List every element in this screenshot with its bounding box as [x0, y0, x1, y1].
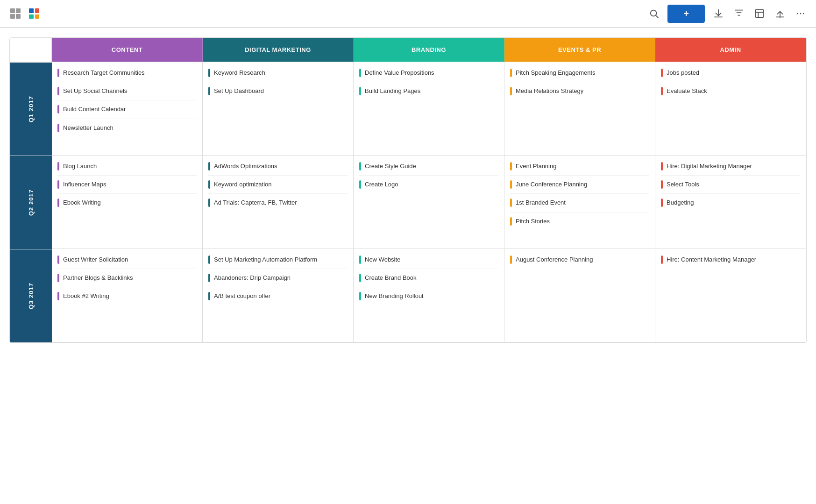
task-item[interactable]: Abandoners: Drip Campaign: [208, 274, 348, 287]
tiles-view-button[interactable]: [27, 7, 41, 21]
task-bar: [661, 256, 663, 264]
task-item[interactable]: August Conference Planning: [510, 256, 649, 264]
task-text: Create Brand Book: [365, 274, 498, 282]
board: CONTENTDIGITAL MARKETINGBRANDINGEVENTS &…: [9, 37, 807, 343]
svg-point-6: [800, 13, 802, 14]
task-bar: [510, 87, 512, 95]
task-text: Evaluate Stack: [667, 87, 800, 95]
task-text: Hire: Digital Marketing Manager: [667, 162, 800, 170]
task-bar: [510, 69, 512, 77]
task-item[interactable]: Guest Writer Solicitation: [57, 256, 197, 269]
col-header-content: CONTENT: [52, 38, 203, 62]
task-text: Abandoners: Drip Campaign: [214, 274, 348, 282]
task-item[interactable]: Evaluate Stack: [661, 87, 800, 95]
task-item[interactable]: Partner Blogs & Backlinks: [57, 274, 197, 287]
task-bar: [57, 124, 59, 132]
toolbar: +: [0, 0, 816, 28]
task-item[interactable]: Ad Trials: Capterra, FB, Twitter: [208, 199, 348, 207]
task-item[interactable]: Define Value Propositions: [359, 69, 498, 82]
task-bar: [510, 199, 512, 207]
task-item[interactable]: New Website: [359, 256, 498, 269]
task-item[interactable]: Pitch Speaking Engagements: [510, 69, 649, 82]
task-item[interactable]: Pitch Stories: [510, 217, 649, 226]
task-item[interactable]: Keyword Research: [208, 69, 348, 82]
task-bar: [510, 180, 512, 189]
more-button[interactable]: [794, 7, 808, 21]
cell-q3-2017-admin: Hire: Content Marketing Manager: [655, 249, 806, 342]
filter-icon: [734, 8, 744, 19]
task-item[interactable]: Influencer Maps: [57, 180, 197, 194]
task-item[interactable]: Keyword optimization: [208, 180, 348, 194]
task-text: Influencer Maps: [63, 180, 197, 189]
task-text: Set Up Social Channels: [63, 87, 197, 95]
grid-view-button[interactable]: [8, 7, 22, 21]
task-bar: [208, 256, 210, 264]
task-bar: [57, 162, 59, 170]
upload-button[interactable]: [773, 7, 787, 21]
task-item[interactable]: Research Target Communities: [57, 69, 197, 82]
task-item[interactable]: Build Landing Pages: [359, 87, 498, 95]
task-item[interactable]: Set Up Marketing Automation Platform: [208, 256, 348, 269]
task-item[interactable]: Media Relations Strategy: [510, 87, 649, 95]
task-bar: [57, 274, 59, 282]
cell-q3-2017-content: Guest Writer SolicitationPartner Blogs &…: [52, 249, 203, 342]
task-bar: [510, 256, 512, 264]
task-text: Set Up Marketing Automation Platform: [214, 256, 348, 264]
task-item[interactable]: Create Logo: [359, 180, 498, 189]
task-item[interactable]: Select Tools: [661, 180, 800, 194]
cell-q2-2017-events_pr: Event PlanningJune Conference Planning1s…: [504, 156, 655, 249]
filter-button[interactable]: [732, 7, 746, 21]
download-icon: [713, 8, 724, 19]
task-bar: [57, 180, 59, 189]
row-label-q1-2017: Q1 2017: [10, 62, 52, 156]
task-item[interactable]: 1st Branded Event: [510, 199, 649, 212]
col-header-events_pr: EVENTS & PR: [504, 38, 655, 62]
task-bar: [57, 199, 59, 207]
task-text: Create Logo: [365, 180, 498, 189]
task-text: Hire: Content Marketing Manager: [667, 256, 801, 264]
task-item[interactable]: Ebook Writing: [57, 199, 197, 207]
task-item[interactable]: Blog Launch: [57, 162, 197, 176]
upload-icon: [775, 8, 785, 19]
task-bar: [510, 217, 512, 226]
task-bar: [57, 256, 59, 264]
task-item[interactable]: Hire: Content Marketing Manager: [661, 256, 801, 264]
task-item[interactable]: Budgeting: [661, 199, 800, 207]
header-blank: [10, 38, 52, 62]
search-button[interactable]: [647, 7, 661, 21]
task-item[interactable]: Set Up Social Channels: [57, 87, 197, 100]
cell-q1-2017-digital_marketing: Keyword ResearchSet Up Dashboard: [203, 62, 354, 156]
task-text: Pitch Speaking Engagements: [516, 69, 649, 77]
task-item[interactable]: A/B test coupon offer: [208, 292, 348, 300]
layout-button[interactable]: [752, 7, 766, 21]
add-button[interactable]: +: [667, 5, 705, 23]
task-item[interactable]: Build Content Calendar: [57, 105, 197, 119]
task-bar: [57, 105, 59, 114]
task-item[interactable]: AdWords Optimizations: [208, 162, 348, 176]
task-text: Guest Writer Solicitation: [63, 256, 197, 264]
svg-line-1: [656, 15, 658, 18]
cell-q1-2017-events_pr: Pitch Speaking EngagementsMedia Relation…: [504, 62, 655, 156]
task-item[interactable]: June Conference Planning: [510, 180, 649, 194]
download-button[interactable]: [711, 7, 725, 21]
task-item[interactable]: Create Brand Book: [359, 274, 498, 287]
col-header-digital_marketing: DIGITAL MARKETING: [203, 38, 354, 62]
task-item[interactable]: Hire: Digital Marketing Manager: [661, 162, 800, 176]
task-item[interactable]: Event Planning: [510, 162, 649, 176]
task-bar: [661, 180, 663, 189]
task-bar: [359, 87, 361, 95]
task-item[interactable]: Set Up Dashboard: [208, 87, 348, 95]
task-item[interactable]: Newsletter Launch: [57, 124, 197, 132]
task-bar: [359, 162, 361, 170]
row-label-q3-2017: Q3 2017: [10, 249, 52, 342]
task-item[interactable]: Create Style Guide: [359, 162, 498, 176]
task-item[interactable]: Ebook #2 Writing: [57, 292, 197, 300]
task-bar: [208, 292, 210, 300]
task-bar: [359, 180, 361, 189]
task-item[interactable]: New Branding Rollout: [359, 292, 498, 300]
task-text: Budgeting: [667, 199, 800, 207]
task-bar: [208, 162, 210, 170]
task-text: Define Value Propositions: [365, 69, 498, 77]
task-text: Event Planning: [516, 162, 649, 170]
task-item[interactable]: Jobs posted: [661, 69, 800, 82]
